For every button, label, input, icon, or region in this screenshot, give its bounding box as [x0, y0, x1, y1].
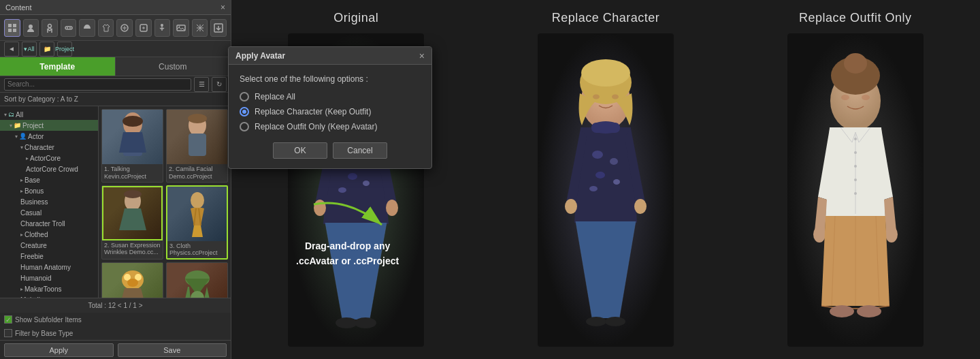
svg-point-82	[854, 192, 857, 195]
col-replace-character-title: Replace Character	[552, 11, 660, 25]
col-replace-outfit: Replace Outfit Only	[730, 0, 980, 359]
grid-item-3[interactable]: 2. Susan Expression Wrinkles Demo.cc...	[101, 185, 163, 260]
modal-dialog: Apply Avatar × Select one of the followi…	[228, 46, 432, 169]
tree-item-humanoid[interactable]: Humanoid	[0, 272, 98, 283]
image-icon[interactable]	[173, 19, 189, 37]
mesh-icon[interactable]	[192, 19, 208, 37]
col-replace-outfit-title: Replace Outfit Only	[799, 11, 912, 25]
tree-item-human-anatomy[interactable]: Human Anatomy	[0, 262, 98, 272]
search-input[interactable]	[4, 78, 191, 91]
option-replace-outfit[interactable]: Replace Outfit Only (Keep Avatar)	[240, 122, 421, 131]
tree-item-actor[interactable]: ▾ 👤 Actor	[0, 131, 98, 142]
actor-icon[interactable]	[23, 19, 39, 37]
drag-text: Drag-and-drop any.ccAvatar or .ccProject	[296, 238, 399, 269]
tree-item-clothed[interactable]: ▸ Clothed	[0, 229, 98, 240]
modal-prompt: Select one of the following options :	[240, 74, 421, 84]
svg-rect-19	[189, 134, 206, 156]
grid-thumb-4	[167, 187, 227, 241]
back-icon[interactable]: ◄	[4, 42, 19, 57]
svg-point-61	[595, 172, 605, 178]
morph-icon[interactable]	[135, 19, 152, 37]
svg-point-4	[29, 25, 33, 29]
tab-template[interactable]: Template	[0, 57, 116, 76]
tree-item-actorcore-crowd[interactable]: ActorCore Crowd	[0, 163, 98, 174]
svg-point-79	[854, 151, 857, 154]
grid-item-5[interactable]: 4. Coyote.ccProject	[101, 262, 163, 298]
svg-point-44	[363, 181, 370, 186]
filter-icon[interactable]: ☰	[194, 77, 209, 92]
radio-replace-character[interactable]	[240, 107, 249, 116]
tree-item-all[interactable]: ▾ 🗂 All	[0, 109, 98, 120]
drag-arrow	[307, 198, 389, 238]
refresh-icon[interactable]: ↻	[212, 77, 227, 92]
clothes-icon[interactable]	[98, 19, 114, 37]
tree-item-base[interactable]: ▸ Base	[0, 174, 98, 185]
tree-item-character-troll[interactable]: Character Troll	[0, 218, 98, 229]
project-folder-icon[interactable]: 📁	[39, 42, 54, 57]
tree-sidebar: ▾ 🗂 All ▾ 📁 Project ▾ 👤 Actor ▾ Characte…	[0, 106, 99, 298]
tree-item-creature[interactable]: Creature	[0, 240, 98, 251]
tree-item-character[interactable]: ▾ Character	[0, 142, 98, 153]
svg-rect-1	[13, 24, 16, 27]
radio-replace-outfit[interactable]	[240, 122, 249, 131]
toolbar-icons	[0, 15, 231, 41]
checkbox-show-subfolder[interactable]: ✓	[4, 315, 12, 324]
show-subfolder-label: Show Subfolder Items	[15, 316, 82, 324]
tab-custom[interactable]: Custom	[116, 57, 231, 76]
save-button[interactable]: Save	[118, 343, 227, 357]
option-replace-all[interactable]: Replace All	[240, 92, 421, 102]
panel-body: ▾ 🗂 All ▾ 📁 Project ▾ 👤 Actor ▾ Characte…	[0, 106, 231, 298]
grid-thumb-1	[102, 110, 163, 164]
radio-replace-outfit-label: Replace Outfit Only (Keep Avatar)	[255, 122, 378, 131]
grid-item-6[interactable]: 5. T-Rex.ccProject	[166, 262, 228, 298]
hair-icon[interactable]	[79, 19, 95, 37]
svg-point-74	[844, 53, 867, 74]
col-replace-character: Replace Character	[481, 0, 731, 359]
svg-point-56	[581, 59, 630, 87]
svg-point-78	[854, 138, 857, 140]
tree-item-casual[interactable]: Casual	[0, 207, 98, 218]
status-bar: Total : 12 < 1 / 1 >	[0, 298, 231, 313]
all-folders-icon[interactable]: ▾All	[22, 42, 37, 57]
option-replace-character[interactable]: Replace Character (Keep Outfit)	[240, 107, 421, 116]
accessories-icon[interactable]	[61, 19, 77, 37]
radio-replace-all[interactable]	[240, 92, 249, 102]
replace-outfit-figure	[787, 33, 924, 347]
checkbox-filter-base[interactable]	[4, 329, 12, 337]
cancel-button[interactable]: Cancel	[333, 142, 387, 159]
motion-icon[interactable]	[42, 19, 58, 37]
project-label[interactable]: Project	[57, 42, 72, 57]
option-filter-base: Filter by Base Type	[0, 326, 231, 340]
svg-point-5	[48, 24, 51, 27]
pose-icon[interactable]	[154, 19, 171, 37]
svg-rect-65	[591, 123, 620, 133]
svg-point-7	[67, 27, 68, 29]
content-bar: Content ×	[0, 0, 231, 15]
panel-title: Content	[5, 3, 32, 12]
grid-item-2[interactable]: 2. Camila Facial Demo.ccProject	[166, 109, 228, 183]
grid-item-1[interactable]: 1. Talking Kevin.ccProject	[101, 109, 163, 183]
skin-icon[interactable]	[116, 19, 133, 37]
tree-item-bonus[interactable]: ▸ Bonus	[0, 185, 98, 196]
grid-thumb-6	[167, 263, 227, 298]
content-icon[interactable]	[4, 19, 20, 37]
modal-buttons: OK Cancel	[240, 142, 421, 159]
tree-item-makartoons[interactable]: ▸ MakarToons	[0, 283, 98, 294]
apply-button[interactable]: Apply	[4, 343, 114, 357]
modal-close-button[interactable]: ×	[419, 50, 425, 61]
ok-button[interactable]: OK	[273, 142, 327, 159]
svg-point-66	[565, 199, 577, 214]
tree-item-project[interactable]: ▾ 📁 Project	[0, 120, 98, 131]
tree-item-freebie[interactable]: Freebie	[0, 251, 98, 262]
export-icon[interactable]	[210, 19, 227, 37]
svg-point-51	[355, 317, 376, 328]
tree-item-business[interactable]: Business	[0, 196, 98, 207]
grid-label-2: 2. Camila Facial Demo.ccProject	[167, 164, 227, 182]
svg-point-67	[634, 199, 647, 214]
grid-item-4[interactable]: 3. Cloth Physics.ccProject	[166, 185, 228, 260]
tree-item-actorcore[interactable]: ▸ ActorCore	[0, 153, 98, 163]
svg-point-59	[592, 151, 603, 159]
svg-point-20	[188, 114, 207, 123]
close-icon[interactable]: ×	[220, 3, 225, 12]
svg-point-80	[854, 165, 857, 168]
